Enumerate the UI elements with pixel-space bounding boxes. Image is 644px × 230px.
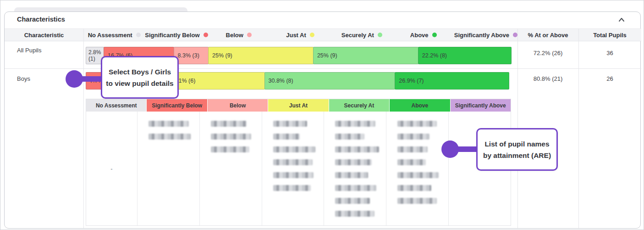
redacted-pupil-name xyxy=(397,172,439,178)
redacted-pupil-name xyxy=(149,134,191,140)
redacted-pupil-name xyxy=(273,134,300,140)
pct-at-or-above-value: 72.2% (26) xyxy=(517,50,578,56)
band-header-label: Significantly Above xyxy=(454,32,509,39)
pupil-column-header-just_at: Just At xyxy=(268,99,329,112)
callout-connector-stem xyxy=(450,146,479,152)
redacted-pupil-name xyxy=(273,185,311,191)
callout-text: List of pupil names xyxy=(484,138,549,150)
band-header-label: Below xyxy=(226,32,243,39)
empty-placeholder: - xyxy=(110,165,112,172)
redacted-pupil-name xyxy=(397,198,437,204)
characteristics-widget: Characteristics Characteristic No Assess… xyxy=(0,0,644,230)
pupil-column-header-securely_at: Securely At xyxy=(329,99,390,112)
band-header-label: Just At xyxy=(286,32,306,39)
redacted-pupil-name xyxy=(335,172,368,178)
redacted-pupil-name xyxy=(335,185,376,191)
pupil-column-header-significantly_above: Significantly Above xyxy=(451,99,511,112)
redacted-pupil-name xyxy=(273,146,315,152)
redacted-pupil-name xyxy=(273,172,314,178)
band-column-headers: No AssessmentSignificantly BelowBelowJus… xyxy=(83,32,517,39)
column-header-characteristic: Characteristic xyxy=(5,32,83,39)
divider xyxy=(578,28,579,228)
pupil-column-header-below: Below xyxy=(208,99,268,112)
pupil-column-no_assessment: - xyxy=(86,112,138,225)
redacted-pupil-name xyxy=(273,121,307,127)
below-dot-icon xyxy=(247,33,252,37)
redacted-pupil-name xyxy=(335,211,374,217)
band-header-label: Significantly Below xyxy=(145,32,199,39)
pupil-names-table: No AssessmentSignificantly BelowBelowJus… xyxy=(86,99,511,226)
bar-segment-below[interactable]: 8.3% (3) xyxy=(174,47,209,64)
significantly_above-dot-icon xyxy=(513,33,517,37)
significantly_below-dot-icon xyxy=(204,33,208,37)
redacted-pupil-name xyxy=(335,146,379,152)
column-header-pct-at-or-above: % At or Above xyxy=(517,32,578,39)
pupil-column-securely_at xyxy=(324,112,386,225)
band-header-significantly_below: Significantly Below xyxy=(145,32,208,39)
pupil-column-below xyxy=(200,112,262,225)
callout-pupil-list: List of pupil names by attainment (ARE) xyxy=(476,128,558,171)
band-header-significantly_above: Significantly Above xyxy=(454,32,517,39)
no_assessment-dot-icon xyxy=(136,33,141,37)
bar-segment-above[interactable]: 22.2% (8) xyxy=(418,47,512,64)
pupil-column-header-above: Above xyxy=(390,99,450,112)
total-pupils-value: 36 xyxy=(578,50,641,56)
bar-segment-just_at[interactable]: 25% (9) xyxy=(208,47,314,64)
redacted-pupil-name xyxy=(211,146,249,152)
callout-connector-stem xyxy=(74,76,103,82)
redacted-pupil-name xyxy=(397,159,426,165)
pupil-table-body: - xyxy=(86,112,511,225)
bar-segment-above[interactable]: 26.9% (7) xyxy=(395,72,509,90)
redacted-pupil-name xyxy=(211,121,247,127)
redacted-pupil-name xyxy=(397,134,429,140)
characteristics-panel: Characteristics Characteristic No Assess… xyxy=(4,11,641,229)
securely_at-dot-icon xyxy=(378,33,382,37)
divider xyxy=(83,28,84,228)
redacted-pupil-name xyxy=(335,198,370,204)
band-header-label: Above xyxy=(410,32,429,39)
pupil-column-significantly_below xyxy=(138,112,200,225)
band-header-label: Securely At xyxy=(341,32,374,39)
pupil-column-header-significantly_below: Significantly Below xyxy=(147,99,207,112)
pupil-table-header-row: No AssessmentSignificantly BelowBelowJus… xyxy=(86,99,511,112)
chevron-up-icon[interactable] xyxy=(616,16,627,26)
redacted-pupil-name xyxy=(149,121,189,127)
column-header-total-pupils: Total Pupils xyxy=(578,32,641,39)
redacted-pupil-name xyxy=(335,159,372,165)
band-header-above: Above xyxy=(393,32,454,39)
redacted-pupil-name xyxy=(397,185,431,191)
band-header-label: No Assessment xyxy=(88,32,132,39)
redacted-pupil-name xyxy=(273,159,313,165)
callout-text: by attainment (ARE) xyxy=(483,150,551,161)
redacted-pupil-name xyxy=(211,134,251,140)
band-header-securely_at: Securely At xyxy=(331,32,392,39)
band-header-just_at: Just At xyxy=(270,32,331,39)
table-header-row: Characteristic No AssessmentSignificantl… xyxy=(5,28,641,41)
above-dot-icon xyxy=(432,33,437,37)
row-label-all-pupils[interactable]: All Pupils xyxy=(17,47,41,54)
pct-at-or-above-value: 80.8% (21) xyxy=(517,75,578,82)
band-header-below: Below xyxy=(208,32,270,39)
pupil-column-just_at xyxy=(262,112,325,225)
row-divider xyxy=(5,68,641,69)
redacted-pupil-name xyxy=(397,121,437,127)
redacted-pupil-name xyxy=(335,121,375,127)
callout-select-rows: Select Boys / Girls to view pupil detail… xyxy=(101,56,179,99)
bar-segment-securely_at[interactable]: 30.8% (8) xyxy=(264,72,396,90)
bar-segment-securely_at[interactable]: 25% (9) xyxy=(313,47,418,64)
redacted-pupil-name xyxy=(397,146,428,152)
pupil-column-header-no_assessment: No Assessment xyxy=(86,99,147,112)
callout-text: to view pupil details xyxy=(106,78,173,89)
band-header-no_assessment: No Assessment xyxy=(83,32,145,39)
bar-segment-just_at[interactable]: 23.1% (6) xyxy=(166,72,264,90)
just_at-dot-icon xyxy=(310,33,314,37)
panel-title: Characteristics xyxy=(17,16,65,23)
pupil-column-above xyxy=(386,112,449,225)
row-label-boys[interactable]: Boys xyxy=(17,75,30,82)
total-pupils-value: 26 xyxy=(578,75,641,82)
callout-text: Select Boys / Girls xyxy=(109,66,171,78)
redacted-pupil-name xyxy=(335,134,364,140)
